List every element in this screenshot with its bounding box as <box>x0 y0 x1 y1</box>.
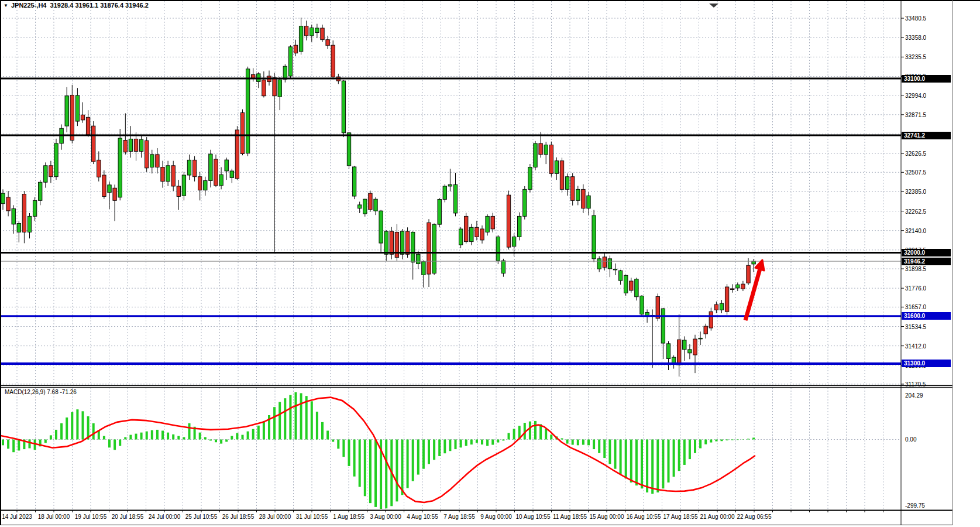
candle-body <box>395 232 398 257</box>
candle-body <box>704 326 707 334</box>
candle-body <box>539 143 542 155</box>
candle-body <box>299 26 302 52</box>
candle-body <box>44 166 47 182</box>
candle-body <box>656 297 659 319</box>
trend-arrow-head[interactable] <box>755 260 764 271</box>
candle-body <box>427 223 431 274</box>
time-axis-label: 9 Aug 00:00 <box>480 514 511 520</box>
time-axis-label: 1 Aug 18:55 <box>333 514 364 520</box>
candle-body <box>49 166 53 177</box>
time-axis-label: 17 Aug 18:55 <box>663 514 698 520</box>
symbol-dropdown-icon[interactable]: ▼ <box>4 3 8 8</box>
candle-body <box>512 237 515 247</box>
time-axis-label: 21 Aug 00:00 <box>700 514 735 520</box>
time-axis-label: 25 Jul 10:55 <box>185 514 218 520</box>
candle-body <box>630 281 633 290</box>
price-chart-canvas[interactable] <box>0 0 980 527</box>
candle-body <box>587 196 590 208</box>
price-axis-label: 32262.5 <box>905 208 926 215</box>
chart-shift-marker[interactable] <box>709 4 718 8</box>
time-axis-label: 28 Jul 00:00 <box>259 514 291 520</box>
time-axis-label: 24 Jul 00:00 <box>149 514 181 520</box>
candle-body <box>603 257 606 268</box>
time-axis-label: 16 Aug 10:55 <box>627 514 661 520</box>
candle-body <box>736 285 740 288</box>
candle-body <box>273 78 276 96</box>
candle-body <box>342 81 345 133</box>
price-level-tag: 32000.0 <box>902 249 951 256</box>
time-axis-label: 20 Jul 18:55 <box>112 514 144 520</box>
candle-body <box>33 200 36 216</box>
price-axis-label: 31412.0 <box>905 343 926 350</box>
price-level-tag: 31600.0 <box>902 312 951 320</box>
candle-body <box>118 138 122 197</box>
candle-body <box>752 261 755 264</box>
candle-body <box>214 159 218 186</box>
candle-body <box>156 155 159 167</box>
candle-body <box>549 145 553 174</box>
candle-body <box>666 344 670 359</box>
candle-body <box>678 340 681 365</box>
candle-body <box>97 160 101 177</box>
candle-body <box>363 199 367 214</box>
candle-body <box>453 184 457 213</box>
candle-body <box>39 182 42 200</box>
candle-body <box>571 177 575 201</box>
window-left-border <box>0 0 1 525</box>
price-axis-label: 32385.0 <box>905 189 926 195</box>
time-axis-label: 7 Aug 18:55 <box>443 514 474 520</box>
macd-scale-label: 0.00 <box>905 436 916 443</box>
candle-body <box>438 199 441 224</box>
candle-body <box>182 175 185 196</box>
candle-body <box>422 262 425 275</box>
candle-body <box>470 227 473 241</box>
price-axis-label: 31898.5 <box>905 266 926 272</box>
candle-body <box>187 160 191 175</box>
candle-body <box>417 254 420 264</box>
candle-body <box>400 231 404 254</box>
candle-body <box>741 284 745 289</box>
candle-body <box>283 66 287 79</box>
price-axis-label: 31657.0 <box>905 304 926 310</box>
candle-body <box>65 96 68 126</box>
candle-body <box>204 180 207 190</box>
candle-body <box>624 275 628 293</box>
candle-body <box>555 161 558 174</box>
candle-body <box>613 269 617 270</box>
candle-body <box>688 350 692 353</box>
candle-body <box>672 357 675 363</box>
time-axis-label: 11 Aug 18:55 <box>553 514 587 520</box>
candle-body <box>171 166 175 186</box>
candle-body <box>720 303 723 310</box>
chart-window: ▼JPN225-,H4 31928.4 31961.1 31876.4 3194… <box>0 0 980 527</box>
candle-body <box>235 130 239 179</box>
time-axis-label: 15 Aug 00:00 <box>590 514 624 520</box>
window-top-border <box>0 0 980 1</box>
candle-body <box>640 296 644 314</box>
macd-name: MACD(12,26,9) <box>5 389 45 395</box>
candle-body <box>693 339 697 355</box>
candle-body <box>747 265 750 283</box>
candle-body <box>219 174 223 186</box>
candle-body <box>384 231 388 254</box>
candle-body <box>443 186 446 199</box>
candle-body <box>496 237 500 261</box>
candle-body <box>246 69 249 153</box>
candle-body <box>262 80 266 96</box>
price-level-tag: 33100.0 <box>902 75 951 83</box>
candle-body <box>6 197 10 211</box>
price-axis-label: 31170.5 <box>905 381 926 388</box>
candle-body <box>379 211 383 243</box>
price-axis-label: 32140.0 <box>905 228 926 234</box>
candle-body <box>661 309 665 343</box>
time-axis-label: 22 Aug 06:55 <box>737 514 772 520</box>
candle-body <box>411 232 415 262</box>
time-axis-label: 18 Jul 00:00 <box>38 514 70 520</box>
time-axis-label: 19 Jul 10:55 <box>75 514 107 520</box>
candle-body <box>528 167 532 190</box>
candle-body <box>209 154 212 180</box>
candle-body <box>17 224 20 232</box>
candle-body <box>225 160 228 171</box>
price-level-tag: 31300.0 <box>902 360 951 367</box>
candle-body <box>576 189 580 200</box>
